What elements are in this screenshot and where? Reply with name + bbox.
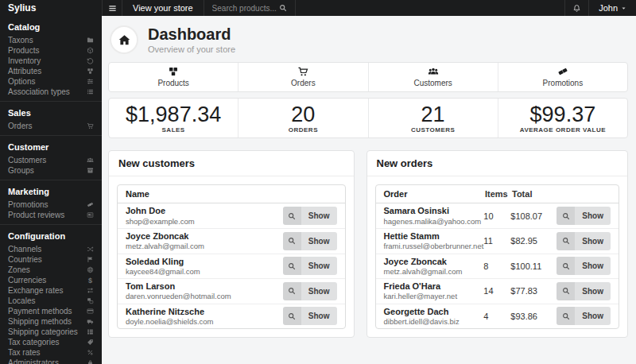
percent-icon	[87, 349, 94, 356]
customer-email: kaycee84@gmail.com	[126, 267, 283, 276]
stat-label: AVERAGE ORDER VALUE	[498, 126, 627, 134]
quick-link-orders[interactable]: Orders	[238, 63, 367, 91]
sidebar-item-currencies[interactable]: Currencies$	[0, 275, 102, 285]
magnifier-icon	[288, 237, 296, 245]
show-button[interactable]: Show	[556, 282, 611, 300]
customer-email: metz.alvah@gmail.com	[126, 242, 283, 250]
sidebar-item-groups[interactable]: Groups	[0, 165, 102, 176]
sidebar-item-inventory[interactable]: Inventory	[0, 56, 102, 66]
sidebar-section-customer: Customer Customers Groups	[0, 136, 102, 180]
quick-link-products[interactable]: Products	[109, 63, 238, 91]
tags-icon	[87, 339, 94, 346]
layout-list-icon	[87, 328, 94, 335]
stat-value: $1,987.34	[109, 103, 238, 126]
sidebar-section-marketing: Marketing Promotions Product reviews	[0, 180, 102, 225]
magnifier-icon	[562, 212, 570, 220]
sidebar-item-administrators[interactable]: Administrators	[0, 358, 102, 364]
sidebar-item-label: Countries	[8, 255, 42, 264]
show-button[interactable]: Show	[556, 232, 611, 250]
order-customer-email: kari.heller@mayer.net	[384, 292, 484, 300]
table-row: Frieda O'Hara kari.heller@mayer.net 14 $…	[376, 279, 619, 304]
sidebar-item-channels[interactable]: Channels	[0, 244, 102, 254]
bell-icon	[572, 4, 581, 13]
sidebar-item-taxons[interactable]: Taxons	[0, 35, 102, 45]
show-button[interactable]: Show	[556, 207, 611, 225]
sidebar-item-exchange-rates[interactable]: Exchange rates	[0, 285, 102, 296]
search-input[interactable]	[212, 4, 279, 13]
customer-email: doyle.noelia@shields.com	[126, 317, 283, 326]
stat-customers: 21 CUSTOMERS	[368, 99, 498, 137]
order-customer-email: metz.alvah@gmail.com	[384, 267, 484, 276]
sidebar-item-customers[interactable]: Customers	[0, 155, 102, 165]
main-content: Dashboard Overview of your store Product…	[102, 16, 636, 364]
list-icon	[87, 88, 94, 95]
section-title: Marketing	[0, 184, 102, 199]
sidebar-item-tax-rates[interactable]: Tax rates	[0, 347, 102, 358]
order-customer-name: Samara Osinski	[384, 206, 484, 216]
table-row: Joyce Zboncak metz.alvah@gmail.com Show	[118, 229, 345, 254]
sidebar-item-product-reviews[interactable]: Product reviews	[0, 210, 102, 220]
sidebar-item-attributes[interactable]: Attributes	[0, 66, 102, 76]
order-items-count: 4	[483, 312, 510, 321]
sidebar-toggle-button[interactable]	[102, 0, 122, 16]
quick-link-customers[interactable]: Customers	[368, 63, 498, 91]
show-button[interactable]: Show	[283, 307, 337, 325]
magnifier-icon	[562, 262, 570, 270]
sidebar-item-orders[interactable]: Orders	[0, 121, 102, 131]
view-store-link[interactable]: View your store	[122, 0, 204, 16]
dashboard-avatar	[110, 25, 138, 54]
brand-logo[interactable]: Sylius	[0, 0, 102, 16]
sidebar-item-countries[interactable]: Countries	[0, 254, 102, 265]
sidebar-item-options[interactable]: Options	[0, 76, 102, 87]
sidebar-item-tax-categories[interactable]: Tax categories	[0, 337, 102, 347]
magnifier-icon	[288, 212, 296, 220]
order-customer-email: dibbert.idell@davis.biz	[384, 317, 484, 326]
customer-email: daren.vonrueden@hotmail.com	[126, 292, 283, 300]
new-customers-table: Name John Doe shop@example.com Show	[117, 184, 346, 329]
magnifier-icon	[562, 312, 570, 320]
customer-name: John Doe	[126, 206, 283, 216]
order-customer-name: Joyce Zboncak	[384, 257, 484, 267]
sidebar-item-products[interactable]: Products	[0, 45, 102, 56]
notifications-button[interactable]	[564, 0, 588, 16]
order-total: $108.07	[510, 211, 556, 221]
magnifier-icon	[288, 287, 296, 295]
sidebar-item-payment-methods[interactable]: Payment methods	[0, 306, 102, 316]
show-label: Show	[575, 257, 611, 275]
sidebar-item-label: Product reviews	[8, 211, 64, 219]
sidebar-item-zones[interactable]: Zones	[0, 265, 102, 275]
show-button[interactable]: Show	[283, 207, 337, 225]
cart-icon	[87, 122, 94, 130]
cart-icon	[297, 66, 308, 77]
column-header-total: Total	[512, 189, 558, 199]
user-name: John	[599, 3, 618, 13]
table-row: Georgette Dach dibbert.idell@davis.biz 4…	[376, 304, 619, 329]
quick-link-promotions[interactable]: Promotions	[498, 63, 627, 91]
show-button[interactable]: Show	[283, 232, 337, 250]
sliders-icon	[87, 78, 94, 85]
user-menu[interactable]: John	[588, 0, 636, 16]
sidebar-item-association-types[interactable]: Association types	[0, 87, 102, 97]
flag-icon	[87, 256, 94, 263]
quick-links-row: Products Orders Customers Promotions	[108, 62, 628, 92]
stat-value: 20	[238, 103, 367, 126]
order-total: $82.95	[510, 236, 556, 246]
show-button[interactable]: Show	[283, 257, 337, 275]
sidebar-item-shipping-methods[interactable]: Shipping methods	[0, 316, 102, 327]
sidebar-item-shipping-categories[interactable]: Shipping categories	[0, 327, 102, 337]
show-button[interactable]: Show	[556, 307, 611, 325]
exchange-icon	[87, 287, 94, 294]
sidebar-section-sales: Sales Orders	[0, 102, 102, 136]
sidebar-item-label: Channels	[8, 245, 41, 254]
newspaper-icon	[87, 211, 94, 219]
search-icon[interactable]	[279, 4, 287, 12]
sidebar-item-label: Payment methods	[8, 307, 72, 316]
sidebar-item-locales[interactable]: Locales	[0, 296, 102, 306]
magnifier-icon	[562, 237, 570, 245]
stat-label: CUSTOMERS	[369, 126, 498, 134]
sidebar-item-label: Shipping methods	[8, 317, 72, 326]
sidebar-item-promotions[interactable]: Promotions	[0, 199, 102, 210]
table-row: John Doe shop@example.com Show	[118, 203, 345, 229]
show-button[interactable]: Show	[283, 282, 337, 300]
show-button[interactable]: Show	[556, 257, 611, 275]
